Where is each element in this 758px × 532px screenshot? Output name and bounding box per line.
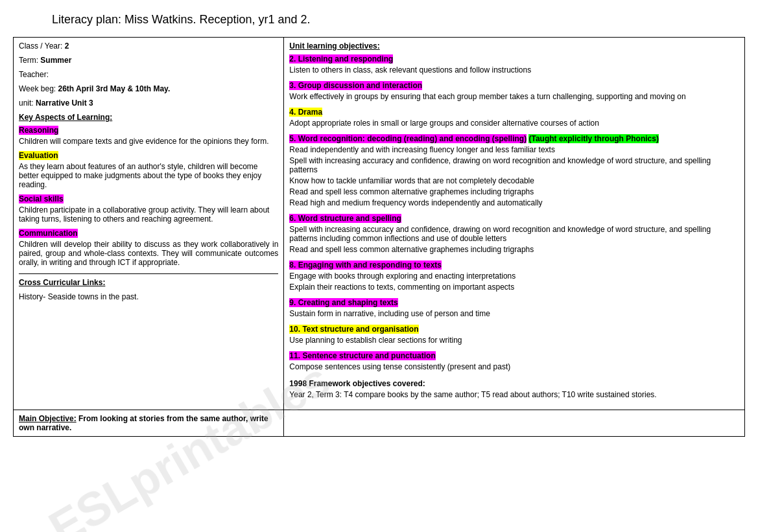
evaluation-text: As they learn about features of an autho… (19, 162, 278, 189)
section5-text3: Know how to tackle unfamiliar words that… (289, 176, 739, 185)
section3-block: 3. Group discussion and interaction Work… (289, 81, 739, 101)
section8-text1: Engage with books through exploring and … (289, 272, 739, 281)
section10-label: 10. Text structure and organisation (289, 325, 418, 334)
unit-learning-heading: Unit learning objectives: (289, 41, 739, 51)
unit-label: unit: (19, 98, 34, 108)
section2-label: 2. Listening and responding (289, 54, 393, 64)
section5-text2: Spell with increasing accuracy and confi… (289, 156, 739, 174)
reasoning-label: Reasoning (19, 126, 58, 135)
section9-label: 9. Creating and shaping texts (289, 298, 397, 307)
section11-block: 11. Sentence structure and punctuation C… (289, 351, 739, 371)
teacher-row: Teacher: (19, 70, 278, 79)
section10-text: Use planning to establish clear sections… (289, 336, 739, 345)
cross-curricular-section: Cross Curricular Links: History- Seaside… (19, 273, 278, 301)
main-objective-heading: Main Objective: (19, 414, 77, 423)
section4-label: 4. Drama (289, 108, 322, 117)
section9-text: Sustain form in narrative, including use… (289, 309, 739, 318)
section5-text4: Read and spell less common alternative g… (289, 187, 739, 196)
social-skills-label: Social skills (19, 194, 64, 203)
main-objective-cell: Main Objective: From looking at stories … (14, 410, 284, 437)
term-label: Term: (19, 56, 38, 65)
reasoning-text: Children will compare texts and give evi… (19, 137, 278, 146)
week-beg-row: Week beg: 26th April 3rd May & 10th May. (19, 84, 278, 93)
cross-curricular-text: History- Seaside towns in the past. (19, 292, 278, 301)
class-year-label: Class / Year: (19, 41, 62, 51)
key-aspects-heading: Key Aspects of Learning: (19, 113, 278, 122)
section5-label2: (Taught explicitly through Phonics) (528, 134, 658, 143)
section8-label: 8. Engaging with and responding to texts (289, 260, 442, 270)
section6-text1: Spell with increasing accuracy and confi… (289, 225, 739, 243)
term-value: Summer (40, 56, 71, 65)
term-row: Term: Summer (19, 56, 278, 65)
left-column: Class / Year: 2 Term: Summer Teacher: We… (14, 38, 284, 410)
social-skills-text: Children participate in a collaborative … (19, 205, 278, 224)
section9-block: 9. Creating and shaping texts Sustain fo… (289, 298, 739, 318)
section5-text1: Read independently and with increasing f… (289, 145, 739, 154)
section6-text2: Read and spell less common alternative g… (289, 245, 739, 254)
section3-label: 3. Group discussion and interaction (289, 81, 422, 90)
key-aspects-section: Key Aspects of Learning: Reasoning Child… (19, 113, 278, 267)
right-column: Unit learning objectives: 2. Listening a… (284, 38, 745, 410)
class-year-row: Class / Year: 2 (19, 41, 278, 51)
page-title: Literacy plan: Miss Watkins. Reception, … (13, 13, 745, 27)
class-year-value: 2 (65, 41, 69, 51)
section5-block: 5. Word recognition: decoding (reading) … (289, 134, 739, 207)
main-objective-right-cell (284, 410, 745, 437)
main-table: Class / Year: 2 Term: Summer Teacher: We… (13, 37, 745, 437)
section5-text5: Read high and medium frequency words ind… (289, 198, 739, 207)
week-beg-label: Week beg: (19, 84, 56, 93)
section8-block: 8. Engaging with and responding to texts… (289, 260, 739, 292)
framework-text: Year 2, Term 3: T4 compare books by the … (289, 390, 739, 399)
communication-label: Communication (19, 229, 78, 238)
section4-text: Adopt appropriate roles in small or larg… (289, 119, 739, 128)
section3-text: Work effectively in groups by ensuring t… (289, 92, 739, 101)
section6-label: 6. Word structure and spelling (289, 214, 401, 223)
week-beg-value: 26th April 3rd May & 10th May. (58, 84, 171, 93)
section8-text2: Explain their reactions to texts, commen… (289, 283, 739, 292)
framework-block: 1998 Framework objectives covered: Year … (289, 379, 739, 399)
section11-text: Compose sentences using tense consistent… (289, 362, 739, 371)
framework-heading: 1998 Framework objectives covered: (289, 379, 425, 388)
unit-value: Narrative Unit 3 (36, 98, 93, 108)
section5-label: 5. Word recognition: decoding (reading) … (289, 134, 527, 143)
section11-label: 11. Sentence structure and punctuation (289, 351, 435, 360)
section6-block: 6. Word structure and spelling Spell wit… (289, 214, 739, 254)
communication-text: Children will develop their ability to d… (19, 240, 278, 267)
section2-block: 2. Listening and responding Listen to ot… (289, 54, 739, 75)
section10-block: 10. Text structure and organisation Use … (289, 325, 739, 345)
cross-curricular-heading: Cross Curricular Links: (19, 278, 278, 287)
section4-block: 4. Drama Adopt appropriate roles in smal… (289, 108, 739, 128)
evaluation-label: Evaluation (19, 151, 58, 160)
section2-text: Listen to others in class, ask relevant … (289, 65, 739, 75)
unit-row: unit: Narrative Unit 3 (19, 98, 278, 108)
teacher-label: Teacher: (19, 70, 49, 79)
